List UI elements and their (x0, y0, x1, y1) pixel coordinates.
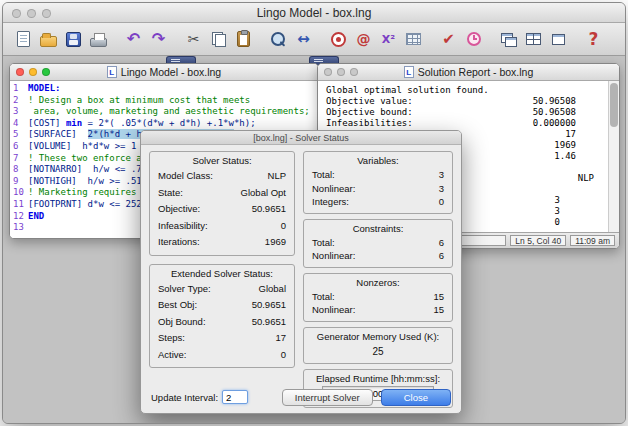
close-button[interactable]: Close (381, 389, 451, 406)
main-window-title: Lingo Model - box.lng (257, 6, 372, 20)
status-field: Steps:17 (156, 330, 288, 347)
update-interval-label: Update Interval: (151, 392, 218, 403)
report-line: Objective bound:50.96508 (318, 107, 608, 118)
find-icon[interactable] (266, 26, 291, 53)
status-field: Nonlinear:6 (310, 249, 446, 263)
open-icon[interactable] (36, 26, 61, 53)
line-number: 11 (10, 199, 28, 211)
undo-icon[interactable]: ↶ (121, 26, 146, 53)
dialog-footer: Update Interval: Interrupt Solver Close (151, 388, 451, 406)
variables-group: Variables: Total:3Nonlinear:3Integers:0 (303, 151, 453, 214)
line-number: 10 (10, 187, 28, 199)
line-number: 3 (10, 106, 28, 118)
line-number: 5 (10, 129, 28, 141)
status-field: Total:15 (310, 290, 446, 304)
report-document-icon: L (404, 66, 414, 78)
status-field: Total:3 (310, 168, 446, 182)
group-title: Generator Memory Used (K): (310, 331, 446, 342)
group-title: Nonzeros: (310, 277, 446, 288)
main-titlebar[interactable]: Lingo Model - box.lng (3, 3, 625, 23)
pause-clock-icon[interactable] (461, 26, 486, 53)
status-field: Model Class:NLP (156, 168, 288, 185)
report-window-controls (324, 68, 358, 76)
interrupt-solver-button[interactable]: Interrupt Solver (282, 389, 373, 406)
model-window-title: Lingo Model - box.lng (121, 66, 221, 78)
close-button[interactable] (324, 68, 332, 76)
status-field: Nonlinear:15 (310, 303, 446, 317)
line-number: 9 (10, 176, 28, 188)
lingo-document-icon: L (107, 66, 117, 78)
solver-status-dialog: [box.lng] - Solver Status Solver Status:… (140, 130, 462, 414)
line-number: 8 (10, 164, 28, 176)
line-number: 2 (10, 95, 28, 107)
line-number: 13 (10, 222, 28, 234)
scrollbar-thumb[interactable] (610, 83, 618, 127)
status-field: Nonlinear:3 (310, 182, 446, 196)
zoom-button[interactable] (42, 68, 50, 76)
goto-line-icon[interactable]: ↔ (291, 26, 316, 53)
code-line: 3 area, volume, marketing and aesthetic … (10, 106, 318, 118)
solve-icon[interactable] (326, 26, 351, 53)
minimize-button[interactable] (337, 68, 345, 76)
nonzeros-group: Nonzeros: Total:15Nonlinear:15 (303, 273, 453, 322)
paste-icon[interactable] (231, 26, 256, 53)
memory-value: 25 (310, 344, 446, 359)
solution-icon[interactable]: @ (351, 26, 376, 53)
status-field: Best Obj:50.9651 (156, 297, 288, 314)
minimize-button[interactable] (27, 9, 36, 18)
group-title: Extended Solver Status: (156, 268, 288, 279)
status-field: Integers:0 (310, 195, 446, 209)
main-toolbar: ↶↷✂↔@X²✔? (3, 23, 625, 56)
report-line: Global optimal solution found. (318, 85, 608, 96)
status-field: Solver Type:Global (156, 281, 288, 298)
code-line: 2! Design a box at minimum cost that mee… (10, 95, 318, 107)
group-title: Elapsed Runtime [hh:mm:ss]: (310, 373, 446, 384)
clock-display: 11:09 am (570, 235, 615, 246)
solver-status-group: Solver Status: Model Class:NLPState:Glob… (149, 151, 295, 256)
screen: Lingo Model - box.lng ↶↷✂↔@X²✔? L Lingo … (0, 0, 628, 426)
tile-windows-icon[interactable] (521, 26, 546, 53)
group-title: Variables: (310, 155, 446, 166)
extended-solver-status-group: Extended Solver Status: Solver Type:Glob… (149, 264, 295, 369)
redo-icon[interactable]: ↷ (146, 26, 171, 53)
group-title: Constraints: (310, 223, 446, 234)
zoom-button[interactable] (42, 9, 51, 18)
formula-icon[interactable]: X² (376, 26, 401, 53)
status-field: Objective:50.9651 (156, 201, 288, 218)
vertical-scrollbar[interactable] (608, 81, 619, 232)
status-field: Iterations:1969 (156, 234, 288, 251)
code-line: 4[COST] min = 2*( .05*(d*w + d*h) +.1*w*… (10, 118, 318, 130)
status-field: State:Global Opt (156, 185, 288, 202)
close-button[interactable] (16, 68, 24, 76)
help-icon[interactable]: ? (581, 26, 606, 53)
report-window-titlebar[interactable]: L Solution Report - box.lng (318, 64, 619, 81)
zoom-button[interactable] (350, 68, 358, 76)
save-icon[interactable] (61, 26, 86, 53)
line-number: 12 (10, 211, 28, 223)
code-line: 1MODEL: (10, 83, 318, 95)
cascade-windows-icon[interactable] (496, 26, 521, 53)
cut-icon[interactable]: ✂ (181, 26, 206, 53)
report-line: Objective value:50.96508 (318, 96, 608, 107)
status-field: Infeasibility:0 (156, 218, 288, 235)
line-number: 1 (10, 83, 28, 95)
report-window-title: Solution Report - box.lng (418, 66, 534, 78)
update-interval-input[interactable] (222, 390, 248, 404)
print-icon[interactable] (86, 26, 111, 53)
check-syntax-icon[interactable]: ✔ (436, 26, 461, 53)
model-window-titlebar[interactable]: L Lingo Model - box.lng (10, 64, 318, 81)
constraints-group: Constraints: Total:6Nonlinear:6 (303, 219, 453, 268)
line-number: 6 (10, 141, 28, 153)
line-number: 7 (10, 153, 28, 165)
model-window-controls (16, 68, 50, 76)
minimize-button[interactable] (29, 68, 37, 76)
status-field: Total:6 (310, 236, 446, 250)
new-icon[interactable] (11, 26, 36, 53)
dialog-titlebar[interactable]: [box.lng] - Solver Status (141, 131, 461, 145)
close-windows-icon[interactable] (546, 26, 571, 53)
status-field: Obj Bound:50.9651 (156, 314, 288, 331)
close-button[interactable] (12, 9, 21, 18)
matrix-picture-icon[interactable] (401, 26, 426, 53)
report-line: Infeasibilities:0.000000 (318, 118, 608, 129)
copy-icon[interactable] (206, 26, 231, 53)
